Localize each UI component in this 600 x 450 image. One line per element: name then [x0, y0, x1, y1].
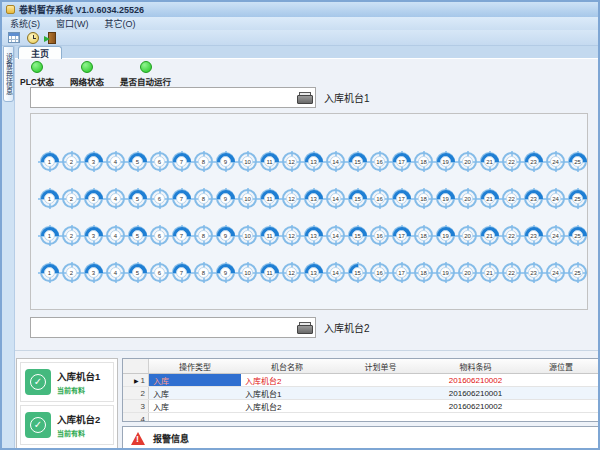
storage-position[interactable]: 18	[413, 151, 434, 172]
storage-position[interactable]: 5	[127, 151, 148, 172]
storage-position[interactable]: 14	[325, 188, 346, 209]
storage-position[interactable]: 7	[171, 262, 192, 283]
menu-item[interactable]: 系统(S)	[2, 17, 48, 30]
storage-position[interactable]: 22	[501, 151, 522, 172]
tab-home[interactable]: 主页	[18, 46, 62, 59]
storage-position[interactable]: 2	[61, 225, 82, 246]
storage-position[interactable]: 2	[61, 188, 82, 209]
table-row[interactable]: ▶1入库入库机台2201606210002	[123, 374, 599, 387]
storage-position[interactable]: 17	[391, 151, 412, 172]
table-cell[interactable]: 入库机台2	[241, 374, 333, 386]
storage-position[interactable]: 5	[127, 188, 148, 209]
storage-position[interactable]: 8	[193, 151, 214, 172]
storage-position[interactable]: 22	[501, 225, 522, 246]
storage-position[interactable]: 16	[369, 225, 390, 246]
storage-position[interactable]: 8	[193, 262, 214, 283]
storage-position[interactable]: 11	[259, 188, 280, 209]
storage-position[interactable]: 19	[435, 188, 456, 209]
storage-position[interactable]: 13	[303, 262, 324, 283]
storage-position[interactable]: 11	[259, 151, 280, 172]
storage-position[interactable]: 9	[215, 225, 236, 246]
table-cell[interactable]	[333, 387, 428, 399]
machine2-header-box[interactable]	[30, 317, 316, 338]
storage-position[interactable]: 22	[501, 262, 522, 283]
storage-position[interactable]: 17	[391, 262, 412, 283]
table-cell[interactable]	[428, 413, 523, 422]
table-row[interactable]: 2入库入库机台1201606210001	[123, 387, 599, 400]
table-cell[interactable]: 201606210001	[428, 387, 523, 399]
storage-position[interactable]: 6	[149, 188, 170, 209]
storage-position[interactable]: 4	[105, 225, 126, 246]
storage-position[interactable]: 18	[413, 262, 434, 283]
storage-position[interactable]: 21	[479, 262, 500, 283]
column-header[interactable]: 物料条码	[428, 359, 523, 373]
storage-position[interactable]: 20	[457, 151, 478, 172]
calendar-button[interactable]	[5, 30, 22, 45]
storage-position[interactable]: 11	[259, 262, 280, 283]
storage-position[interactable]: 11	[259, 225, 280, 246]
storage-position[interactable]: 15	[347, 225, 368, 246]
storage-position[interactable]: 20	[457, 225, 478, 246]
storage-position[interactable]: 24	[545, 188, 566, 209]
machine-card[interactable]: ✓入库机台2当前有料	[20, 405, 114, 445]
storage-position[interactable]: 24	[545, 225, 566, 246]
storage-position[interactable]: 10	[237, 262, 258, 283]
storage-position[interactable]: 25	[567, 188, 588, 209]
storage-position[interactable]: 21	[479, 188, 500, 209]
storage-position[interactable]: 13	[303, 225, 324, 246]
storage-position[interactable]: 23	[523, 188, 544, 209]
storage-position[interactable]: 21	[479, 225, 500, 246]
storage-position[interactable]: 7	[171, 151, 192, 172]
storage-position[interactable]: 16	[369, 262, 390, 283]
title-bar[interactable]: 卷料暂存系统 V1.0.6034.25526	[2, 2, 598, 17]
clock-button[interactable]	[24, 30, 41, 45]
storage-position[interactable]: 14	[325, 262, 346, 283]
storage-position[interactable]: 19	[435, 151, 456, 172]
machine-card[interactable]: ✓入库机台1当前有料	[20, 362, 114, 402]
menu-item[interactable]: 窗口(W)	[48, 17, 97, 30]
table-row[interactable]: 3入库入库机台2201606210002	[123, 400, 599, 413]
storage-position[interactable]: 4	[105, 262, 126, 283]
storage-position[interactable]: 5	[127, 262, 148, 283]
storage-position[interactable]: 22	[501, 188, 522, 209]
table-cell[interactable]	[523, 387, 599, 399]
storage-position[interactable]: 4	[105, 188, 126, 209]
table-cell[interactable]	[523, 374, 599, 386]
storage-position[interactable]: 12	[281, 188, 302, 209]
storage-position[interactable]: 25	[567, 151, 588, 172]
storage-position[interactable]: 17	[391, 225, 412, 246]
column-header[interactable]: 计划单号	[333, 359, 428, 373]
storage-position[interactable]: 4	[105, 151, 126, 172]
storage-position[interactable]: 20	[457, 188, 478, 209]
storage-position[interactable]: 14	[325, 225, 346, 246]
storage-position[interactable]: 19	[435, 262, 456, 283]
storage-position[interactable]: 3	[83, 225, 104, 246]
storage-position[interactable]: 1	[39, 151, 60, 172]
machine1-header-box[interactable]	[30, 87, 316, 108]
table-row[interactable]: 4	[123, 413, 599, 422]
storage-position[interactable]: 25	[567, 262, 588, 283]
storage-position[interactable]: 13	[303, 188, 324, 209]
storage-position[interactable]: 1	[39, 225, 60, 246]
storage-position[interactable]: 18	[413, 188, 434, 209]
storage-position[interactable]: 9	[215, 151, 236, 172]
storage-position[interactable]: 9	[215, 262, 236, 283]
storage-position[interactable]: 12	[281, 262, 302, 283]
storage-position[interactable]: 23	[523, 151, 544, 172]
column-header[interactable]: 源位置	[523, 359, 599, 373]
storage-position[interactable]: 12	[281, 225, 302, 246]
table-cell[interactable]	[333, 400, 428, 412]
storage-position[interactable]: 12	[281, 151, 302, 172]
storage-position[interactable]: 18	[413, 225, 434, 246]
table-cell[interactable]	[333, 374, 428, 386]
storage-position[interactable]: 23	[523, 225, 544, 246]
table-cell[interactable]: 入库机台1	[241, 387, 333, 399]
table-cell[interactable]: 入库	[149, 400, 241, 412]
storage-position[interactable]: 7	[171, 225, 192, 246]
storage-position[interactable]: 16	[369, 188, 390, 209]
storage-position[interactable]: 24	[545, 151, 566, 172]
table-cell[interactable]: 入库	[149, 387, 241, 399]
storage-position[interactable]: 1	[39, 188, 60, 209]
storage-position[interactable]: 15	[347, 262, 368, 283]
storage-position[interactable]: 5	[127, 225, 148, 246]
